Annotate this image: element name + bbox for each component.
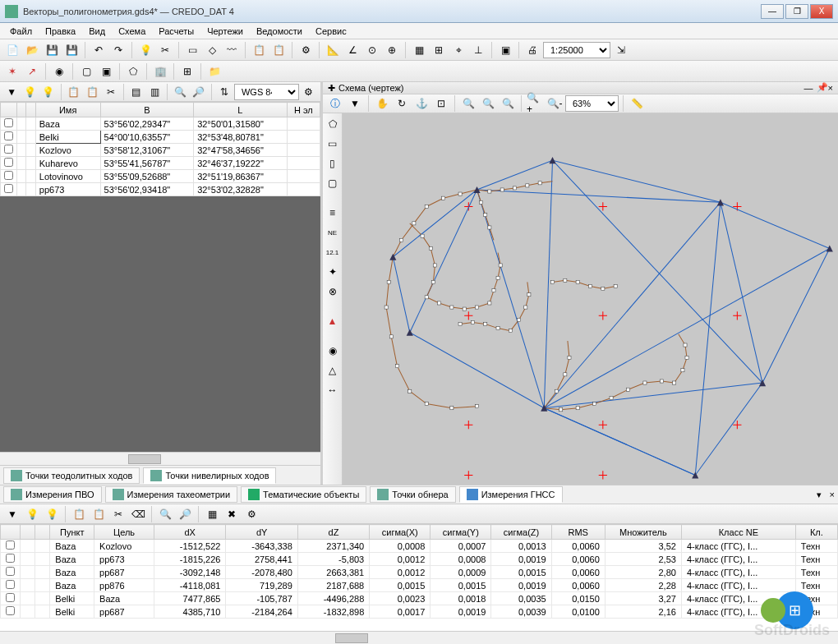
tool-delta-icon[interactable]: △: [324, 361, 342, 380]
gbulb-icon[interactable]: 💡: [23, 505, 41, 523]
gfilter-icon[interactable]: ▼: [3, 505, 21, 523]
coord-system-combo[interactable]: WGS 84: [234, 84, 299, 100]
gclear-icon[interactable]: ⌫: [129, 505, 147, 523]
open-icon[interactable]: 📂: [23, 41, 41, 59]
tab-them[interactable]: Тематические объекты: [241, 486, 366, 503]
tab-obn[interactable]: Точки обнера: [370, 486, 455, 503]
gtool-icon[interactable]: ✖: [223, 505, 241, 523]
info-icon[interactable]: ⓘ: [326, 94, 344, 113]
menu-calc[interactable]: Расчеты: [152, 25, 200, 38]
anchor-icon[interactable]: ⚓: [412, 94, 431, 113]
bulb3-icon[interactable]: 💡: [40, 83, 57, 101]
undo-icon[interactable]: ↶: [90, 41, 108, 59]
zoom-combo[interactable]: 63%: [565, 95, 619, 112]
gpaste-icon[interactable]: 📋: [90, 505, 108, 523]
angle-icon[interactable]: ∠: [343, 41, 361, 59]
tab-tach[interactable]: Измерения тахеометрии: [105, 486, 238, 503]
settings-icon[interactable]: ⚙: [297, 41, 315, 59]
minimize-button[interactable]: —: [761, 4, 784, 19]
scale-combo[interactable]: 1:25000: [543, 42, 610, 58]
cs-settings-icon[interactable]: ⚙: [301, 83, 317, 101]
new-icon[interactable]: 📄: [3, 41, 21, 59]
tool-dist-icon[interactable]: ↔: [324, 381, 342, 399]
tool-net-icon[interactable]: ⊗: [324, 283, 342, 301]
gcalc-icon[interactable]: ▦: [203, 505, 221, 523]
measure-icon[interactable]: 📐: [324, 41, 342, 59]
snap-icon[interactable]: ⌖: [449, 41, 467, 59]
gcut-icon[interactable]: ✂: [109, 505, 127, 523]
poly-icon[interactable]: ⬠: [124, 62, 142, 80]
zoom-sel-icon[interactable]: 🔍: [499, 94, 517, 113]
filter-icon[interactable]: ▼: [3, 83, 20, 101]
copy2-icon[interactable]: 📋: [66, 83, 82, 101]
menu-reports[interactable]: Ведомости: [250, 25, 309, 38]
zoom-fit-icon[interactable]: 🔍: [459, 94, 477, 113]
zoom-out-icon[interactable]: 🔍-: [546, 94, 564, 113]
del-icon[interactable]: ✂: [102, 83, 118, 101]
find-icon[interactable]: 🔍: [172, 83, 188, 101]
tool-ne-icon[interactable]: NE: [324, 223, 342, 242]
gopt-icon[interactable]: ⚙: [242, 505, 260, 523]
bulb2-icon[interactable]: 💡: [21, 83, 38, 101]
minimize-pane-icon[interactable]: —: [804, 83, 813, 93]
paste2-icon[interactable]: 📋: [84, 83, 100, 101]
zoom-in-icon[interactable]: 🔍+: [526, 94, 544, 113]
bulb-icon[interactable]: 💡: [136, 41, 154, 59]
menu-service[interactable]: Сервис: [309, 25, 353, 38]
tool-rect-icon[interactable]: ▭: [324, 135, 342, 153]
tool-tri-icon[interactable]: ▲: [324, 312, 342, 330]
copy-icon[interactable]: 📋: [250, 41, 268, 59]
tool-circle-icon[interactable]: ◉: [324, 342, 342, 360]
panel-close-icon[interactable]: ×: [830, 490, 835, 499]
gcopy-icon[interactable]: 📋: [70, 505, 88, 523]
tool-icon[interactable]: ⊙: [363, 41, 381, 59]
rect-icon[interactable]: ▢: [77, 62, 95, 80]
tool-pentagon-icon[interactable]: ⬠: [324, 115, 342, 133]
cut-icon[interactable]: ✂: [156, 41, 174, 59]
pin-icon[interactable]: 📌: [817, 82, 828, 94]
tool2-icon[interactable]: ⊕: [383, 41, 401, 59]
menu-view[interactable]: Вид: [82, 25, 112, 38]
rotate-icon[interactable]: ↻: [393, 94, 411, 113]
paste-icon[interactable]: 📋: [269, 41, 288, 59]
station-icon[interactable]: ◉: [50, 62, 68, 80]
tool-frame-icon[interactable]: ▢: [324, 174, 342, 192]
calc2-icon[interactable]: ▥: [146, 83, 163, 101]
save-icon[interactable]: 💾: [43, 41, 61, 59]
save-all-icon[interactable]: 💾: [62, 41, 81, 59]
gnss-table[interactable]: ПунктЦельdX dYdZсигма(X) сигма(Y)сигма(Z…: [0, 524, 838, 631]
tool-align-icon[interactable]: ≡: [324, 204, 342, 222]
theo-icon[interactable]: ✶: [3, 62, 21, 80]
menu-edit[interactable]: Правка: [39, 25, 82, 38]
gfilt2-icon[interactable]: 🔍: [156, 505, 174, 523]
scheme-canvas[interactable]: [343, 113, 838, 485]
gfilt3-icon[interactable]: 🔎: [176, 505, 194, 523]
menu-drawings[interactable]: Чертежи: [200, 25, 250, 38]
select-icon[interactable]: ▭: [183, 41, 201, 59]
tab-theo[interactable]: Точки теодолитных ходов: [3, 467, 140, 484]
tab-level[interactable]: Точки нивелирных ходов: [143, 467, 276, 484]
menu-scheme[interactable]: Схема: [112, 25, 152, 38]
build-icon[interactable]: 🏢: [151, 62, 169, 80]
tab-gnss[interactable]: Измерения ГНСС: [459, 486, 563, 503]
layer-icon[interactable]: ▦: [410, 41, 428, 59]
ruler-icon[interactable]: 📏: [628, 94, 646, 113]
ortho-icon[interactable]: ⊥: [469, 41, 487, 59]
left-hscroll[interactable]: [0, 452, 320, 465]
gnss-hscroll[interactable]: [0, 631, 838, 644]
panel-min-icon[interactable]: ▾: [817, 490, 822, 500]
points-table[interactable]: ИмяBLH эл Baza53°56'02,29347"32°50'01,31…: [0, 102, 320, 196]
tool-crop-icon[interactable]: ▯: [324, 154, 342, 172]
level-icon[interactable]: ↗: [23, 62, 41, 80]
select-poly-icon[interactable]: ◇: [203, 41, 221, 59]
grid-icon[interactable]: ⊞: [430, 41, 448, 59]
window-icon[interactable]: ⊞: [178, 62, 196, 80]
tool-compass-icon[interactable]: ✦: [324, 263, 342, 281]
menu-file[interactable]: Файл: [3, 25, 39, 38]
reg-icon[interactable]: ▣: [97, 62, 115, 80]
frame-icon[interactable]: ▣: [496, 41, 514, 59]
close-pane-icon[interactable]: ×: [828, 83, 833, 93]
close-button[interactable]: X: [810, 4, 833, 19]
tool-121-icon[interactable]: 12.1: [324, 243, 342, 261]
export-icon[interactable]: ⇲: [612, 41, 630, 59]
